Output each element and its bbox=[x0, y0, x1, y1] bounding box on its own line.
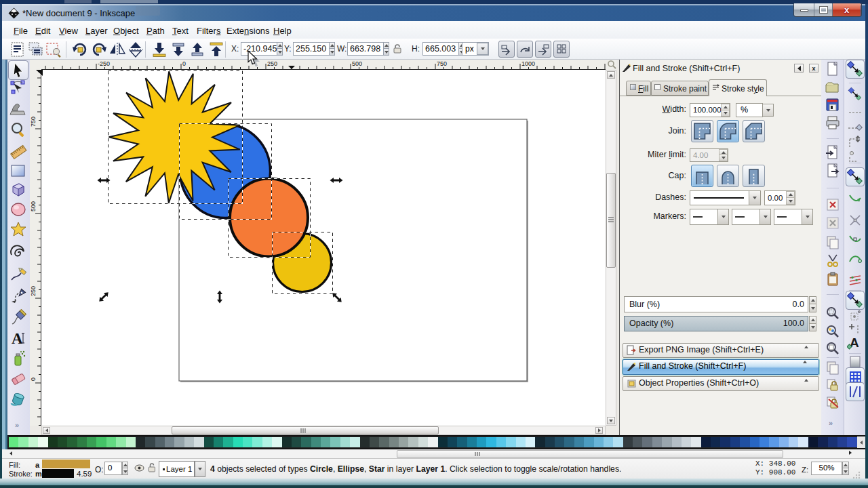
svg-text:500: 500 bbox=[352, 60, 362, 67]
svg-text:750: 750 bbox=[30, 117, 37, 127]
svg-text:250: 250 bbox=[30, 286, 37, 296]
svg-text:500: 500 bbox=[30, 201, 37, 211]
svg-text:0: 0 bbox=[182, 60, 186, 67]
svg-text:1000: 1000 bbox=[521, 60, 535, 67]
svg-text:250: 250 bbox=[267, 60, 277, 67]
svg-text:-250: -250 bbox=[98, 60, 110, 67]
svg-text:750: 750 bbox=[437, 60, 447, 67]
svg-text:A: A bbox=[12, 330, 23, 347]
svg-text:0: 0 bbox=[30, 378, 37, 381]
